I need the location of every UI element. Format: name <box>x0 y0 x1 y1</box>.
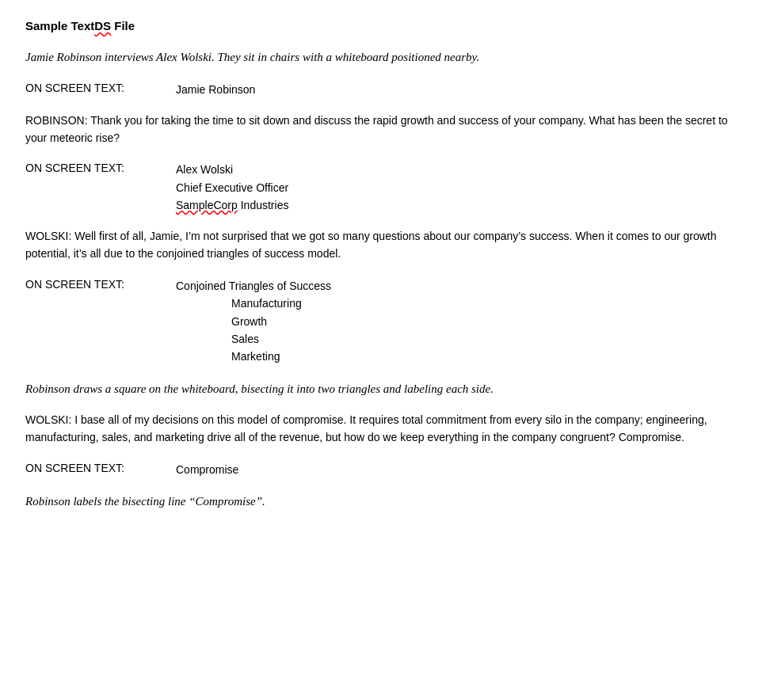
on-screen-line-conjoined: Conjoined Triangles of Success <box>176 277 331 295</box>
on-screen-content-1: Jamie Robinson <box>176 81 255 98</box>
on-screen-content-2: Alex Wolski Chief Executive Officer Samp… <box>176 161 288 214</box>
page-title: Sample TextDS File <box>25 19 745 32</box>
italic-line-3: Robinson labels the bisecting line “Comp… <box>25 493 745 511</box>
italic-line-2: Robinson draws a square on the whiteboar… <box>25 380 745 398</box>
on-screen-content-3: Conjoined Triangles of Success Manufactu… <box>176 277 331 366</box>
title-suffix: File <box>111 19 135 32</box>
on-screen-label-3: ON SCREEN TEXT: <box>25 277 176 291</box>
dialogue-block-3: WOLSKI: I base all of my decisions on th… <box>25 412 745 446</box>
dialogue-3-text: I base all of my decisions on this model… <box>25 413 707 443</box>
title-squiggle: DS <box>94 19 111 32</box>
on-screen-block-2: ON SCREEN TEXT: Alex Wolski Chief Execut… <box>25 161 745 214</box>
on-screen-content-4: Compromise <box>176 461 238 478</box>
on-screen-line-marketing: Marketing <box>176 348 331 365</box>
on-screen-label-4: ON SCREEN TEXT: <box>25 461 176 474</box>
dialogue-3-speaker: WOLSKI: <box>25 413 71 426</box>
intro-italic: Jamie Robinson interviews Alex Wolski. T… <box>25 48 745 67</box>
dialogue-2-speaker: WOLSKI: <box>25 230 71 242</box>
on-screen-line-growth: Growth <box>176 313 331 330</box>
samplecorp-squiggle: SampleCorp <box>176 199 238 211</box>
on-screen-block-3: ON SCREEN TEXT: Conjoined Triangles of S… <box>25 277 745 366</box>
dialogue-1-speaker: ROBINSON: <box>25 114 88 127</box>
dialogue-2-text: Well first of all, Jamie, I’m not surpri… <box>25 230 717 260</box>
title-text: Sample Text <box>25 19 94 32</box>
on-screen-line-manufacturing: Manufacturing <box>176 295 331 312</box>
on-screen-block-1: ON SCREEN TEXT: Jamie Robinson <box>25 81 745 98</box>
dialogue-block-2: WOLSKI: Well first of all, Jamie, I’m no… <box>25 228 745 262</box>
on-screen-label-2: ON SCREEN TEXT: <box>25 161 176 174</box>
on-screen-line-company-suffix: Industries <box>238 199 289 211</box>
dialogue-block-1: ROBINSON: Thank you for taking the time … <box>25 112 745 146</box>
dialogue-1-text: Thank you for taking the time to sit dow… <box>25 114 728 144</box>
on-screen-line-name: Alex Wolski <box>176 161 288 178</box>
on-screen-block-4: ON SCREEN TEXT: Compromise <box>25 461 745 478</box>
on-screen-line-sales: Sales <box>176 330 331 348</box>
on-screen-line-title: Chief Executive Officer <box>176 179 288 196</box>
on-screen-line-company: SampleCorp Industries <box>176 196 288 214</box>
on-screen-label-1: ON SCREEN TEXT: <box>25 81 176 94</box>
